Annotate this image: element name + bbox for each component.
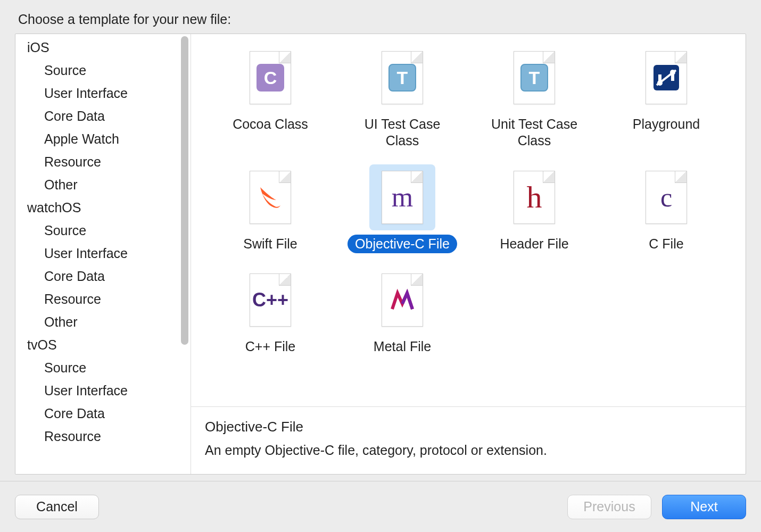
sidebar-item-user-interface[interactable]: User Interface [15,242,191,265]
sidebar-item-source[interactable]: Source [15,356,191,379]
objc-file-icon: m [369,164,435,230]
sidebar-scrollbar[interactable] [181,36,188,345]
template-cpp-file[interactable]: C++C++ File [209,267,332,356]
description-text: An empty Objective-C file, category, pro… [205,443,732,458]
swift-icon [237,164,303,230]
cancel-button[interactable]: Cancel [15,495,99,519]
template-label: Swift File [236,235,304,253]
svg-rect-4 [658,74,661,82]
template-label: UI Test Case Class [341,115,464,151]
sidebar-item-resource[interactable]: Resource [15,288,191,311]
test-case-icon: T [501,45,567,111]
next-button[interactable]: Next [662,495,746,519]
sidebar-item-apple-watch[interactable]: Apple Watch [15,128,191,151]
template-label: Metal File [366,337,439,356]
template-header-file[interactable]: hHeader File [473,164,595,253]
sidebar-item-core-data[interactable]: Core Data [15,105,191,128]
header-file-icon: h [501,164,567,230]
template-swift-file[interactable]: Swift File [209,164,332,253]
description-title: Objective-C File [205,419,732,435]
template-label: C File [641,235,691,253]
svg-rect-5 [671,73,674,81]
template-metal-file[interactable]: Metal File [341,267,464,356]
sidebar-item-resource[interactable]: Resource [15,151,191,173]
content-panel: iOSSourceUser InterfaceCore DataApple Wa… [15,34,746,475]
sidebar-item-other[interactable]: Other [15,311,191,334]
cpp-file-icon: C++ [237,267,303,333]
dialog-footer: Cancel Previous Next [0,481,761,532]
category-sidebar: iOSSourceUser InterfaceCore DataApple Wa… [15,34,191,474]
template-cocoa-class[interactable]: CCocoa Class [209,45,332,151]
c-file-icon: c [633,164,699,230]
sidebar-item-resource[interactable]: Resource [15,425,191,448]
template-main: CCocoa ClassTUI Test Case ClassTUnit Tes… [191,34,746,474]
platform-label-tvos: tvOS [15,334,191,356]
template-grid: CCocoa ClassTUI Test Case ClassTUnit Tes… [191,34,746,406]
template-label: C++ File [238,337,303,356]
sidebar-item-core-data[interactable]: Core Data [15,402,191,425]
template-playground[interactable]: Playground [605,45,727,151]
sidebar-item-user-interface[interactable]: User Interface [15,82,191,105]
template-label: Unit Test Case Class [473,115,595,151]
dialog-title: Choose a template for your new file: [0,0,761,34]
sidebar-item-other[interactable]: Other [15,173,191,196]
template-label: Objective-C File [348,235,457,253]
metal-file-icon [369,267,435,333]
sidebar-item-core-data[interactable]: Core Data [15,265,191,288]
platform-label-watchos: watchOS [15,196,191,219]
cocoa-class-icon: C [237,45,303,111]
template-label: Cocoa Class [225,115,316,134]
sidebar-item-user-interface[interactable]: User Interface [15,379,191,402]
template-label: Header File [492,235,576,253]
description-pane: Objective-C File An empty Objective-C fi… [191,406,746,474]
sidebar-item-source[interactable]: Source [15,219,191,242]
test-case-icon: T [369,45,435,111]
previous-button: Previous [567,495,651,519]
template-c-file[interactable]: cC File [605,164,727,253]
template-unit-test-case[interactable]: TUnit Test Case Class [473,45,595,151]
platform-label-ios: iOS [15,36,191,59]
template-objc-file[interactable]: mObjective-C File [341,164,464,253]
sidebar-item-source[interactable]: Source [15,59,191,82]
playground-icon [633,45,699,111]
template-label: Playground [625,115,707,134]
template-ui-test-case-class[interactable]: TUI Test Case Class [341,45,464,151]
